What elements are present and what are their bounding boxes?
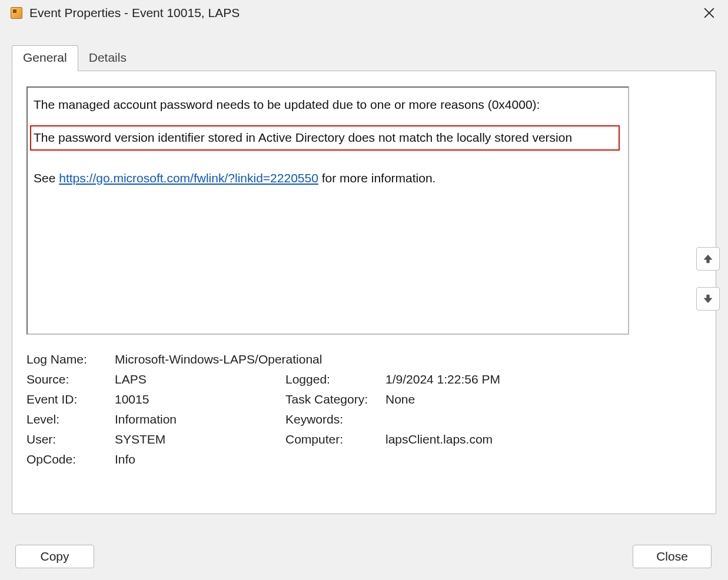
value-source: LAPS	[115, 372, 285, 386]
value-keywords	[385, 412, 698, 426]
row-opcode: OpCode: Info	[26, 452, 698, 466]
tab-details[interactable]: Details	[78, 46, 137, 71]
label-opcode: OpCode:	[26, 452, 115, 466]
value-user: SYSTEM	[115, 432, 285, 446]
see-suffix: for more information.	[318, 171, 436, 185]
arrow-down-icon	[703, 294, 713, 304]
window-close-button[interactable]	[697, 1, 721, 25]
close-icon	[704, 8, 714, 18]
value-opcode: Info	[115, 452, 285, 466]
label-source: Source:	[26, 372, 115, 386]
window-title: Event Properties - Event 10015, LAPS	[29, 6, 697, 20]
value-log-name: Microsoft-Windows-LAPS/Operational	[115, 352, 322, 366]
event-message-box[interactable]: The managed account password needs to be…	[26, 86, 629, 335]
event-details-grid: Log Name: Microsoft-Windows-LAPS/Operati…	[26, 352, 698, 466]
row-user-computer: User: SYSTEM Computer: lapsClient.laps.c…	[26, 432, 698, 446]
next-event-button[interactable]	[696, 287, 720, 311]
message-highlighted-reason: The password version identifier stored i…	[30, 125, 620, 150]
label-event-id: Event ID:	[26, 392, 115, 406]
tabstrip: General Details	[12, 45, 728, 71]
row-level-keywords: Level: Information Keywords:	[26, 412, 698, 426]
label-log-name: Log Name:	[26, 352, 115, 366]
label-user: User:	[26, 432, 115, 446]
label-task-category: Task Category:	[285, 392, 385, 406]
message-help-link[interactable]: https://go.microsoft.com/fwlink/?linkid=…	[59, 171, 318, 185]
see-prefix: See	[34, 171, 59, 185]
copy-button[interactable]: Copy	[15, 545, 94, 568]
message-see-line: See https://go.microsoft.com/fwlink/?lin…	[34, 171, 621, 186]
row-log-name: Log Name: Microsoft-Windows-LAPS/Operati…	[26, 352, 698, 366]
value-level: Information	[115, 412, 285, 426]
titlebar: Event Properties - Event 10015, LAPS	[0, 0, 728, 26]
tab-general[interactable]: General	[12, 45, 78, 71]
close-button[interactable]: Close	[633, 545, 712, 568]
row-eventid-taskcat: Event ID: 10015 Task Category: None	[26, 392, 698, 406]
value-logged: 1/9/2024 1:22:56 PM	[385, 372, 698, 386]
event-viewer-icon	[11, 7, 22, 19]
general-tab-pane: The managed account password needs to be…	[12, 71, 716, 514]
value-task-category: None	[385, 392, 698, 406]
event-properties-window: Event Properties - Event 10015, LAPS Gen…	[0, 0, 728, 580]
row-source-logged: Source: LAPS Logged: 1/9/2024 1:22:56 PM	[26, 372, 698, 386]
previous-event-button[interactable]	[696, 247, 720, 271]
arrow-up-icon	[703, 254, 713, 264]
label-logged: Logged:	[285, 372, 385, 386]
label-level: Level:	[26, 412, 115, 426]
label-computer: Computer:	[285, 432, 385, 446]
event-nav-buttons	[696, 247, 720, 311]
label-keywords: Keywords:	[285, 412, 385, 426]
dialog-footer: Copy Close	[0, 545, 728, 568]
value-event-id: 10015	[115, 392, 285, 406]
message-reason-line: The managed account password needs to be…	[34, 97, 621, 112]
value-computer: lapsClient.laps.com	[385, 432, 698, 446]
